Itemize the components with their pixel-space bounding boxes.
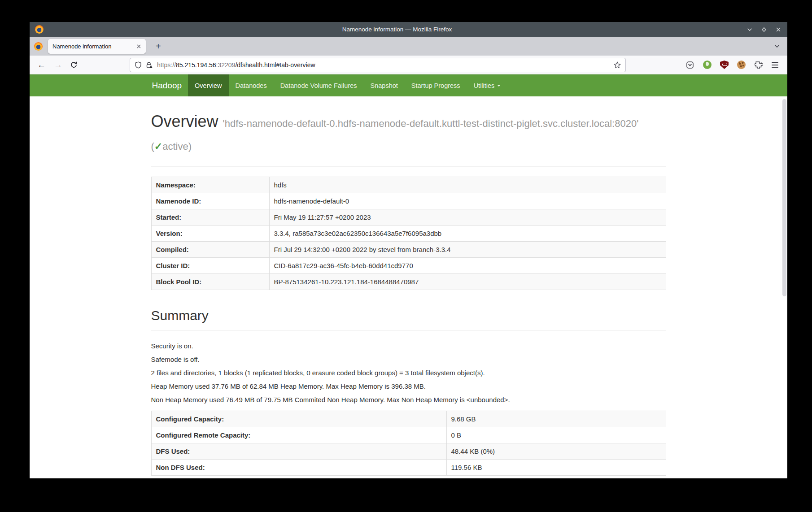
summary-line: Heap Memory used 37.76 MB of 62.84 MB He… [151,382,666,391]
extensions-puzzle-icon[interactable] [754,61,763,69]
menu-hamburger-icon[interactable] [772,62,778,68]
row-label: Configured Remote Capacity: [151,427,446,443]
row-value: 3.3.4, ra585a73c3e02ac62350c136643a5e7f6… [269,226,666,242]
row-value: 9.68 GB [446,411,666,427]
row-label: Namenode ID: [151,193,269,209]
table-row: Non DFS Used: 119.56 KB [151,460,666,476]
row-value: 48.44 KB (0%) [446,443,666,460]
row-value: 119.56 KB [446,460,666,476]
privacy-extension-icon[interactable] [703,61,712,69]
navbar-brand[interactable]: Hadoop [151,74,188,96]
status-badge: active) [162,141,192,152]
cookie-extension-icon[interactable] [737,61,746,69]
forward-button[interactable]: → [52,61,65,69]
row-value: Fri Jul 29 14:32:00 +0200 2022 by stevel… [269,242,666,258]
row-label: Non DFS Used: [151,460,446,476]
firefox-view-icon[interactable] [34,42,43,51]
table-row: Started: Fri May 19 11:27:57 +0200 2023 [151,209,666,226]
scrollbar[interactable] [782,99,786,296]
browser-tab[interactable]: Namenode information [48,39,146,54]
table-row: Compiled: Fri Jul 29 14:32:00 +0200 2022… [151,242,666,258]
table-row: Version: 3.3.4, ra585a73c3e02ac62350c136… [151,226,666,242]
row-value: hdfs [269,177,666,193]
firefox-icon [35,25,44,34]
bookmark-star-icon[interactable] [614,61,621,69]
url-text[interactable]: https://85.215.194.56:32209/dfshealth.ht… [157,61,610,69]
lock-warning-icon[interactable] [145,61,153,69]
cluster-info-table: Namespace: hdfs Namenode ID: hdfs-nameno… [151,177,666,290]
table-row: Namespace: hdfs [151,177,666,193]
overview-title: Overview [151,112,218,130]
new-tab-button[interactable]: + [153,42,164,51]
capacity-table: Configured Capacity: 9.68 GB Configured … [151,411,666,476]
row-label: DFS Used: [151,443,446,460]
table-row: Block Pool ID: BP-875134261-10.223.121.1… [151,274,666,290]
summary-line: Safemode is off. [151,355,666,364]
hadoop-navbar: Hadoop Overview Datanodes Datanode Volum… [30,74,787,96]
row-label: Cluster ID: [151,258,269,274]
page-content: Overview 'hdfs-namenode-default-0.hdfs-n… [30,96,787,478]
minimize-icon[interactable] [746,26,753,33]
row-label: Started: [151,209,269,226]
table-row: Cluster ID: CID-6a817c29-ac36-45fc-b4eb-… [151,258,666,274]
row-value: 0 B [446,427,666,443]
list-tabs-icon[interactable] [774,43,780,49]
desktop-background: Namenode information — Mozilla Firefox N… [0,0,812,512]
row-label: Namespace: [151,177,269,193]
shield-icon[interactable] [135,61,142,69]
maximize-icon[interactable] [760,26,768,33]
url-port: :32209 [216,61,236,69]
nav-item-datanodes[interactable]: Datanodes [229,74,274,96]
url-path: /dfshealth.html [235,61,276,69]
table-row: DFS Used: 48.44 KB (0%) [151,443,666,460]
row-label: Configured Capacity: [151,411,446,427]
table-row: Configured Remote Capacity: 0 B [151,427,666,443]
back-button[interactable]: ← [35,61,48,69]
url-hash: #tab-overview [276,61,315,69]
table-row: Configured Capacity: 9.68 GB [151,411,666,427]
reload-icon[interactable] [68,61,79,69]
summary-line: 2 files and directories, 1 blocks (1 rep… [151,369,666,377]
summary-line: Security is on. [151,342,666,351]
close-icon[interactable] [775,26,782,33]
row-value: hdfs-namenode-default-0 [269,193,666,209]
tab-title: Namenode information [52,43,136,50]
tab-strip: Namenode information + [30,37,787,56]
row-value: Fri May 19 11:27:57 +0200 2023 [269,209,666,226]
row-label: Compiled: [151,242,269,258]
url-host: 85.215.194.56 [176,61,216,69]
summary-line: Non Heap Memory used 76.49 MB of 79.75 M… [151,395,666,404]
nav-item-utilities-dropdown[interactable]: Utilities [467,74,508,96]
row-label: Block Pool ID: [151,274,269,290]
nav-item-utilities-label: Utilities [474,82,495,89]
window-titlebar[interactable]: Namenode information — Mozilla Firefox [30,22,787,37]
namenode-address: 'hdfs-namenode-default-0.hdfs-namenode-d… [223,118,639,129]
pocket-icon[interactable] [685,61,694,69]
status-open-paren: ( [151,141,154,152]
url-bar[interactable]: https://85.215.194.56:32209/dfshealth.ht… [130,58,626,72]
url-scheme: https:// [157,61,176,69]
window-title: Namenode information — Mozilla Firefox [48,26,746,33]
row-label: Version: [151,226,269,242]
table-row: Namenode ID: hdfs-namenode-default-0 [151,193,666,209]
nav-item-snapshot[interactable]: Snapshot [364,74,405,96]
firefox-window: Namenode information — Mozilla Firefox N… [30,22,787,478]
check-icon: ✓ [154,141,162,152]
nav-item-overview[interactable]: Overview [188,74,228,96]
navigation-toolbar: ← → https://85.215.194.56:32209/dfshealt… [30,56,787,74]
nav-item-datanode-volume-failures[interactable]: Datanode Volume Failures [274,74,364,96]
tab-close-icon[interactable] [136,44,141,49]
nav-item-startup-progress[interactable]: Startup Progress [405,74,467,96]
row-value: BP-875134261-10.223.121.184-168448847098… [269,274,666,290]
ublock-origin-icon[interactable] [720,61,729,69]
row-value: CID-6a817c29-ac36-45fc-b4eb-60dd41cd9770 [269,258,666,274]
summary-heading: Summary [151,308,666,331]
overview-heading: Overview 'hdfs-namenode-default-0.hdfs-n… [151,110,666,167]
chevron-down-icon [497,85,501,87]
